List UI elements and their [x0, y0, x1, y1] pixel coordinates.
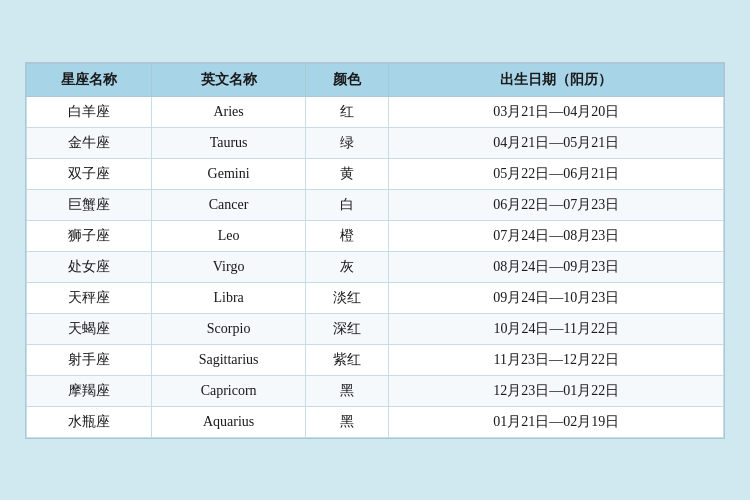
cell-chinese: 摩羯座: [27, 375, 152, 406]
cell-english: Taurus: [152, 127, 305, 158]
table-row: 摩羯座Capricorn黑12月23日—01月22日: [27, 375, 724, 406]
zodiac-table-wrapper: 星座名称 英文名称 颜色 出生日期（阳历） 白羊座Aries红03月21日—04…: [25, 62, 725, 439]
table-row: 狮子座Leo橙07月24日—08月23日: [27, 220, 724, 251]
cell-color: 黑: [305, 375, 389, 406]
cell-english: Capricorn: [152, 375, 305, 406]
cell-color: 白: [305, 189, 389, 220]
cell-english: Leo: [152, 220, 305, 251]
table-row: 白羊座Aries红03月21日—04月20日: [27, 96, 724, 127]
cell-date: 10月24日—11月22日: [389, 313, 724, 344]
cell-chinese: 处女座: [27, 251, 152, 282]
cell-chinese: 金牛座: [27, 127, 152, 158]
cell-color: 黑: [305, 406, 389, 437]
cell-chinese: 射手座: [27, 344, 152, 375]
cell-date: 12月23日—01月22日: [389, 375, 724, 406]
cell-color: 深红: [305, 313, 389, 344]
table-row: 天蝎座Scorpio深红10月24日—11月22日: [27, 313, 724, 344]
cell-chinese: 天秤座: [27, 282, 152, 313]
cell-chinese: 双子座: [27, 158, 152, 189]
table-row: 水瓶座Aquarius黑01月21日—02月19日: [27, 406, 724, 437]
cell-color: 绿: [305, 127, 389, 158]
cell-color: 红: [305, 96, 389, 127]
cell-english: Aquarius: [152, 406, 305, 437]
cell-chinese: 白羊座: [27, 96, 152, 127]
zodiac-table: 星座名称 英文名称 颜色 出生日期（阳历） 白羊座Aries红03月21日—04…: [26, 63, 724, 438]
cell-english: Gemini: [152, 158, 305, 189]
table-header-row: 星座名称 英文名称 颜色 出生日期（阳历）: [27, 63, 724, 96]
cell-date: 11月23日—12月22日: [389, 344, 724, 375]
cell-color: 灰: [305, 251, 389, 282]
table-row: 处女座Virgo灰08月24日—09月23日: [27, 251, 724, 282]
cell-date: 05月22日—06月21日: [389, 158, 724, 189]
table-row: 金牛座Taurus绿04月21日—05月21日: [27, 127, 724, 158]
table-row: 天秤座Libra淡红09月24日—10月23日: [27, 282, 724, 313]
cell-english: Sagittarius: [152, 344, 305, 375]
cell-english: Virgo: [152, 251, 305, 282]
header-date: 出生日期（阳历）: [389, 63, 724, 96]
cell-date: 08月24日—09月23日: [389, 251, 724, 282]
cell-date: 04月21日—05月21日: [389, 127, 724, 158]
cell-english: Cancer: [152, 189, 305, 220]
table-row: 射手座Sagittarius紫红11月23日—12月22日: [27, 344, 724, 375]
cell-chinese: 水瓶座: [27, 406, 152, 437]
cell-chinese: 天蝎座: [27, 313, 152, 344]
table-row: 双子座Gemini黄05月22日—06月21日: [27, 158, 724, 189]
cell-english: Aries: [152, 96, 305, 127]
cell-english: Scorpio: [152, 313, 305, 344]
cell-chinese: 狮子座: [27, 220, 152, 251]
cell-date: 07月24日—08月23日: [389, 220, 724, 251]
cell-color: 淡红: [305, 282, 389, 313]
cell-date: 01月21日—02月19日: [389, 406, 724, 437]
cell-color: 紫红: [305, 344, 389, 375]
cell-chinese: 巨蟹座: [27, 189, 152, 220]
table-row: 巨蟹座Cancer白06月22日—07月23日: [27, 189, 724, 220]
header-english: 英文名称: [152, 63, 305, 96]
cell-date: 09月24日—10月23日: [389, 282, 724, 313]
cell-color: 橙: [305, 220, 389, 251]
cell-english: Libra: [152, 282, 305, 313]
header-color: 颜色: [305, 63, 389, 96]
cell-date: 03月21日—04月20日: [389, 96, 724, 127]
cell-date: 06月22日—07月23日: [389, 189, 724, 220]
header-chinese: 星座名称: [27, 63, 152, 96]
cell-color: 黄: [305, 158, 389, 189]
